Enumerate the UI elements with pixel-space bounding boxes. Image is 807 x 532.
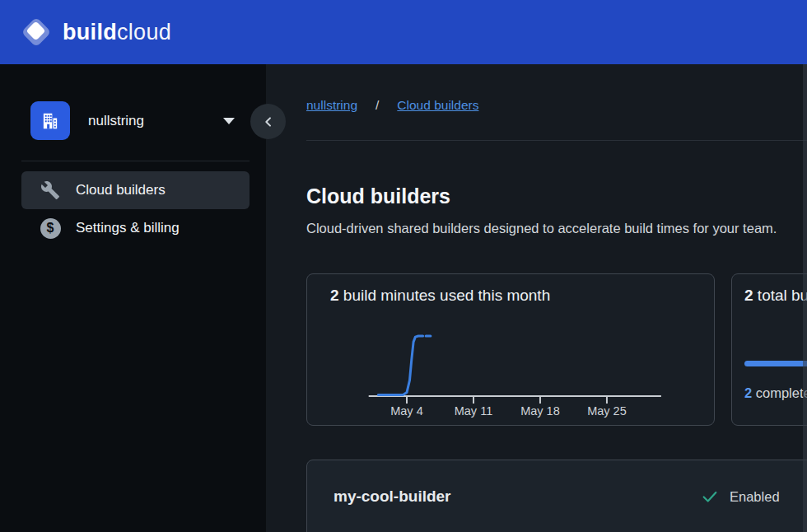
minutes-chart: May 4May 11May 18May 25	[307, 274, 716, 427]
brand-bold: build	[63, 20, 117, 44]
chevron-down-icon	[223, 118, 235, 124]
page-title: Cloud builders	[306, 184, 450, 208]
total-builds-card: 2 total builds this month 2 completed	[731, 273, 807, 426]
builds-completed-label: completed	[752, 385, 807, 400]
builds-progress-bar	[744, 361, 807, 366]
builder-status-group: Enabled	[701, 485, 807, 509]
check-icon	[701, 488, 719, 506]
total-builds-label: total builds this month	[753, 287, 807, 304]
sidebar: nullstring Cloud builders $ Settings & b…	[0, 64, 266, 532]
brand-logo[interactable]: buildcloud	[23, 18, 171, 46]
breadcrumb-separator: /	[376, 98, 379, 113]
svg-text:May 11: May 11	[455, 404, 492, 418]
app-header: buildcloud	[0, 0, 807, 64]
chevron-left-icon	[262, 115, 275, 128]
org-name: nullstring	[88, 113, 223, 129]
sidebar-divider	[21, 161, 250, 161]
dollar-icon: $	[40, 217, 61, 239]
builder-name: my-cool-builder	[334, 488, 451, 506]
page-subtitle: Cloud-driven shared builders designed to…	[306, 221, 777, 236]
org-switcher[interactable]: nullstring	[30, 101, 250, 140]
total-builds-title: 2 total builds this month	[744, 287, 807, 305]
builds-completed: 2 completed	[744, 385, 807, 401]
scrollbar[interactable]	[803, 64, 807, 532]
breadcrumb: nullstring / Cloud builders	[306, 98, 478, 113]
brand-wordmark: buildcloud	[63, 20, 171, 45]
sidebar-item-settings-billing[interactable]: $ Settings & billing	[21, 209, 250, 247]
breadcrumb-link-cloud-builders[interactable]: Cloud builders	[397, 98, 478, 113]
svg-text:May 18: May 18	[520, 404, 560, 418]
diamond-logo-icon	[23, 18, 51, 46]
builds-completed-value: 2	[744, 385, 752, 400]
wrench-icon	[40, 180, 61, 201]
breadcrumb-link-org[interactable]: nullstring	[306, 98, 357, 113]
header-divider	[306, 140, 807, 141]
sidebar-collapse-button[interactable]	[250, 104, 286, 139]
sidebar-nav: Cloud builders $ Settings & billing	[21, 171, 250, 247]
sidebar-item-label: Cloud builders	[76, 182, 166, 198]
main-content: nullstring / Cloud builders Cloud builde…	[266, 64, 807, 532]
sidebar-item-label: Settings & billing	[76, 220, 180, 236]
org-building-icon	[30, 101, 70, 140]
total-builds-value: 2	[744, 287, 753, 304]
builder-card[interactable]: my-cool-builder Enabled	[306, 460, 807, 532]
build-minutes-card: 2 build minutes used this month May 4May…	[306, 273, 715, 426]
sidebar-item-cloud-builders[interactable]: Cloud builders	[21, 171, 250, 209]
svg-text:May 25: May 25	[587, 404, 627, 418]
brand-light: cloud	[117, 20, 171, 44]
svg-text:May 4: May 4	[390, 404, 423, 418]
status-badge: Enabled	[730, 489, 780, 505]
